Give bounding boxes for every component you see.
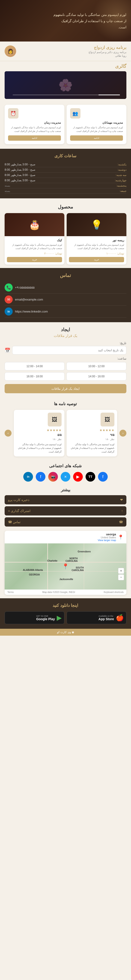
playstore-sub: GET IN ONE (36, 615, 55, 617)
hours-closed-friday: بسته (5, 189, 10, 192)
products-section: محصول 💡 ریسه نور لورم اینپسوم متن ساختگی… (0, 200, 131, 268)
time-slot-2[interactable]: 14:00 - 16:00 (66, 372, 126, 380)
card-time-button[interactable]: ادامه (8, 135, 61, 141)
social-instagram-icon[interactable]: 📷 (48, 472, 58, 482)
more-contact-button[interactable]: ☎ تماس ☎ (5, 517, 126, 527)
date-input[interactable] (12, 346, 126, 355)
card-guests: 👥 مدیریت مهمانان لورم اینپسوم متن ساختگی… (67, 105, 126, 144)
testimonial-next-arrow[interactable]: › (5, 430, 11, 437)
testimonials-section: توصیه نامه ها ‹ 🖼 ★★★★★ ۹/۵ نظر ۱۸۰ لورم… (0, 398, 131, 460)
social-twitter-icon[interactable]: ✕ (61, 472, 70, 482)
more-share-button[interactable]: ↑ اشتراک گذاری + (5, 506, 126, 515)
hours-title: ساعات کاری (5, 153, 126, 159)
more-contact-icon: ☎ (119, 520, 123, 524)
download-buttons-row: 🍎 Available on the App Store ▶ GET IN ON… (5, 611, 126, 624)
social-youtube-icon[interactable]: ▶ (73, 472, 83, 482)
social-linkedin-icon[interactable]: in (23, 472, 33, 482)
video-player[interactable]: 🌸 ▶ 0:00 (5, 71, 126, 99)
map-label-southcarolina: SOUTHCAROLINA (72, 566, 84, 571)
linkedin-icon: in (5, 307, 13, 315)
zoom-in-button[interactable]: + (118, 568, 124, 574)
product-desc-0: لورم اینپسوم متن ساختگی با تولید سادگی ن… (69, 243, 124, 250)
hours-time-sunday: 8:00 صبح - 3:00 بعدازظهر (5, 163, 35, 166)
booking-subtitle: یک قرار ملاقات (5, 334, 126, 338)
hours-time-wednesday: 8:00 صبح - 3:00 بعدازظهر (5, 179, 35, 182)
date-input-row: 📅 (5, 346, 126, 355)
social-facebook2-icon[interactable]: f (36, 472, 45, 482)
card-guests-icon: 👥 (70, 108, 80, 119)
hours-day-tuesday: سه شنبه: (115, 173, 126, 177)
playstore-button[interactable]: ▶ GET IN ONE Google Play (5, 611, 64, 624)
product-name-1: کیک (7, 239, 62, 242)
testimonial-prev-arrow[interactable]: ‹ (120, 430, 126, 437)
product-image-0: 💡 (67, 213, 126, 236)
map-keyboard-shortcut: Keyboard shortcuts (104, 591, 124, 593)
download-section: اینجا دانلود کنید 🍎 Available on the App… (0, 598, 131, 629)
social-icons-row: f TT ▶ ✕ 📷 f in (5, 472, 126, 482)
product-buy-button-1[interactable]: خرید (7, 257, 62, 262)
phone-icon: 📞 (5, 283, 13, 291)
booking-date-label: تاریخ: (5, 341, 126, 345)
social-facebook-icon[interactable]: f (98, 472, 108, 482)
email-icon: ✉ (5, 296, 13, 304)
social-tiktok-icon[interactable]: TT (86, 472, 95, 482)
product-card-1: 🎂 کیک لورم اینپسوم متن ساختگی با تولید س… (5, 213, 64, 264)
product-buy-button-0[interactable]: خرید (69, 257, 124, 262)
testimonial-count-0: نظر ۱۸۰ (69, 438, 114, 441)
map-label-alabama: ALABAMA (23, 569, 35, 571)
hours-row-wednesday: چهارشنبه: 8:00 صبح - 3:00 بعدازظهر (5, 178, 126, 183)
contact-linkedin-text: https://www.linkedin.com (15, 310, 48, 313)
more-save-label: ذخیره کارت پرو (8, 498, 29, 502)
footer-text: ◉ وی کارت کو (57, 631, 74, 634)
map-view-larger[interactable]: View larger map (98, 539, 116, 541)
more-share-icon: ↑ (121, 509, 123, 513)
testimonial-text-1: لورم اینپسوم متن ساختگی با تولید سادگی ن… (17, 442, 62, 454)
social-title: شبکه های اجتماعی (5, 463, 126, 468)
card-time-icon: ⏰ (8, 108, 18, 119)
progress-bar[interactable] (13, 95, 120, 95)
testimonial-img-1: 🖼 (48, 413, 62, 426)
social-section: شبکه های اجتماعی f TT ▶ ✕ 📷 f in (0, 460, 131, 485)
card-guests-title: مدیریت مهمانان (70, 121, 123, 124)
products-title: محصول (5, 204, 126, 210)
contact-phone-text: +۹۱۵۵۵۵۵۵۵۵۵ (15, 286, 35, 289)
booking-title: ایجاد (5, 327, 126, 332)
product-body-1: کیک لورم اینپسوم متن ساختگی با تولید ساد… (5, 236, 64, 264)
product-name-0: ریسه نور (69, 239, 124, 242)
map-visual[interactable]: Greensboro NORTHCAROLINA SOUTHCAROLINA C… (5, 543, 126, 590)
time-slot-1[interactable]: 12:00 - 14:00 (5, 362, 65, 371)
time-slot-0[interactable]: 10:00 - 12:00 (66, 362, 126, 371)
progress-fill (99, 95, 120, 95)
testimonial-rating-0: ۹/۵ (69, 433, 114, 437)
contact-phone-item[interactable]: +۹۱۵۵۵۵۵۵۵۵۵ 📞 (5, 282, 126, 294)
hours-row-friday: جمعه: بسته (5, 188, 126, 194)
playstore-icon: ▶ (57, 614, 62, 622)
product-body-0: ریسه نور لورم اینپسوم متن ساختگی با تولی… (67, 236, 126, 264)
time-slot-3[interactable]: 16:00 - 18:00 (5, 372, 65, 380)
map-report: Terms (7, 591, 14, 593)
card-guests-button[interactable]: ادامه (70, 135, 123, 141)
hours-day-sunday: یکشنبه: (118, 163, 126, 166)
appstore-text: Available on the App Store (99, 615, 114, 621)
program-section: برنامه ریزی ازدواج برنامه ریزی دکتر و مر… (0, 41, 131, 61)
hours-time-tuesday: 8:00 صبح - 3:00 بعدازظهر (5, 173, 35, 177)
contact-email-item[interactable]: email@example.com ✉ (5, 294, 126, 305)
map-header: 📍 ueorga United States View larger map (5, 531, 126, 543)
map-footer: Keyboard shortcuts Map data ©2023 Google… (5, 590, 126, 595)
card-time-text: لورم اینپسوم متن ساختگی با تولید سادگی ن… (8, 126, 61, 133)
hours-day-friday: جمعه: (120, 189, 126, 192)
more-save-button[interactable]: ❤ ذخیره کارت پرو (5, 495, 126, 504)
map-location-icon: 📍 (118, 535, 124, 540)
book-button[interactable]: ایجاد یک قرار ملاقات (5, 384, 126, 393)
time-slots-grid: 10:00 - 12:00 12:00 - 14:00 14:00 - 16:0… (5, 362, 126, 380)
hours-row-sunday: یکشنبه: 8:00 صبح - 3:00 بعدازظهر (5, 162, 126, 167)
product-card-0: 💡 ریسه نور لورم اینپسوم متن ساختگی با تو… (67, 213, 126, 264)
zoom-out-button[interactable]: − (118, 574, 124, 580)
hours-day-monday: دوشنبه: (118, 168, 126, 171)
appstore-button[interactable]: 🍎 Available on the App Store (67, 611, 126, 624)
map-data-terms: Map data ©2023 Google, INEGI (42, 591, 75, 593)
product-desc-1: لورم اینپسوم متن ساختگی با تولید سادگی ن… (7, 243, 62, 250)
hours-closed-thursday: بسته (5, 184, 10, 187)
contact-linkedin-item[interactable]: https://www.linkedin.com in (5, 305, 126, 318)
program-avatar: 👩 (5, 45, 16, 57)
